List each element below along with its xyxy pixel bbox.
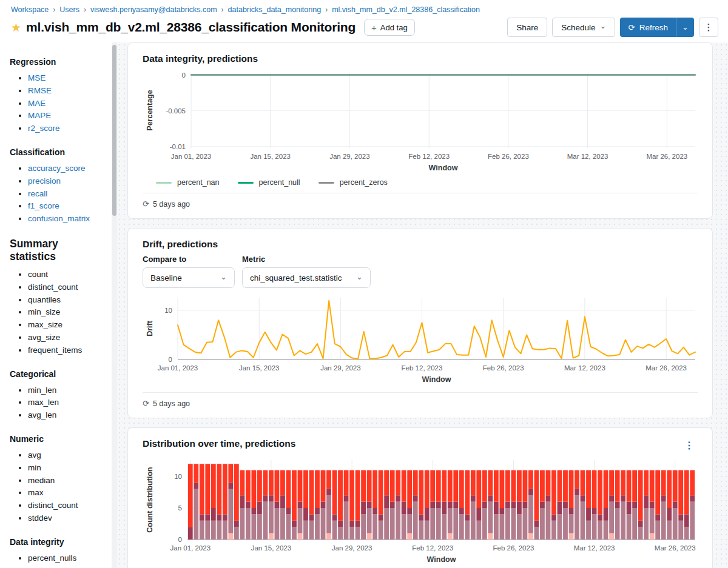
breadcrumb-separator: › [325, 5, 328, 14]
svg-text:Mar 26, 2023: Mar 26, 2023 [645, 364, 687, 372]
dashboard-canvas: Data integrity, predictions 0-0.005-0.01… [117, 42, 728, 568]
sidebar-scrollbar-track[interactable] [112, 42, 117, 568]
sidebar-content: RegressionMSERMSEMAEMAPEr2_scoreClassifi… [10, 57, 106, 568]
sidebar-item-label[interactable]: f1_score [28, 201, 59, 210]
sidebar-item-label: percent_nulls [28, 553, 76, 563]
chevron-down-icon: ⌄ [600, 24, 607, 28]
metric-select[interactable]: chi_squared_test.statistic ⌄ [242, 267, 371, 288]
sidebar-item-label: distinct_count [28, 282, 78, 292]
sidebar-item: precision [28, 175, 106, 188]
refresh-split-button: ⟳ Refresh ⌄ [620, 18, 694, 37]
sidebar-item-label[interactable]: MAPE [28, 111, 51, 120]
sidebar-item-label: distinct_count [28, 501, 78, 510]
sidebar-section-title: Categorical [10, 369, 106, 379]
svg-text:Mar 12, 2023: Mar 12, 2023 [567, 153, 608, 160]
share-label: Share [516, 23, 538, 32]
schedule-button[interactable]: Schedule ⌄ [552, 18, 615, 37]
sidebar-item: MAPE [28, 110, 106, 122]
refresh-icon: ⟳ [143, 399, 149, 408]
compare-to-select[interactable]: Baseline ⌄ [143, 267, 235, 288]
sidebar-item-label: count [28, 270, 48, 279]
sidebar-section-title: Data integrity [10, 537, 106, 547]
monitoring-dashboard-page: Workspace›Users›viswesh.periyasamy@datab… [0, 0, 728, 568]
refresh-icon: ⟳ [628, 22, 635, 32]
legend-entry: percent_zeros [318, 178, 388, 187]
sidebar-item: percent_zeros [28, 565, 106, 568]
legend-swatch [238, 182, 254, 184]
page-title: ml.vish_mm_db_v2.ml_28386_classification… [26, 20, 356, 35]
sidebar-item: distinct_count [28, 281, 106, 294]
last-refreshed-text: 5 days ago [153, 200, 190, 209]
sidebar-scrollbar-thumb[interactable] [112, 45, 116, 216]
svg-text:Jan 29, 2023: Jan 29, 2023 [332, 544, 372, 552]
svg-text:Feb 12, 2023: Feb 12, 2023 [412, 544, 453, 552]
plus-icon: + [371, 23, 377, 32]
sidebar-item-label[interactable]: precision [28, 176, 61, 185]
breadcrumb-item[interactable]: databricks_data_monitoring [228, 5, 322, 14]
sidebar-item-label[interactable]: confusion_matrix [28, 214, 90, 223]
card-title: Data integrity, predictions [143, 53, 698, 64]
header-actions: Share Schedule ⌄ ⟳ Refresh ⌄ ⋮ [507, 18, 718, 37]
svg-text:10: 10 [164, 307, 172, 314]
sidebar-item: max [28, 487, 106, 500]
share-button[interactable]: Share [507, 18, 547, 37]
sidebar-item: MSE [28, 72, 106, 85]
card-title: Distribution over time, predictions [143, 438, 295, 449]
sidebar-item-label[interactable]: recall [28, 189, 47, 198]
sidebar-item: percent_nulls [28, 552, 106, 565]
metric-control: Metric chi_squared_test.statistic ⌄ [242, 255, 371, 288]
svg-text:Jan 01, 2023: Jan 01, 2023 [170, 544, 211, 552]
sidebar-item-label[interactable]: RMSE [28, 86, 52, 95]
chevron-down-icon: ⌄ [356, 275, 363, 279]
sidebar-item: median [28, 475, 106, 487]
add-tag-button[interactable]: + Add tag [364, 19, 415, 36]
sidebar-item: RMSE [28, 85, 106, 98]
breadcrumb-item[interactable]: ml.vish_mm_db_v2.ml_28386_classification [332, 5, 480, 14]
sidebar-item: stddev [28, 512, 106, 525]
svg-text:Feb 26, 2023: Feb 26, 2023 [483, 364, 524, 372]
chart-kebab-menu-button[interactable]: ⋮ [681, 438, 698, 452]
svg-text:-0.01: -0.01 [170, 143, 186, 150]
svg-text:Mar 26, 2023: Mar 26, 2023 [646, 153, 687, 160]
svg-text:Feb 26, 2023: Feb 26, 2023 [493, 544, 534, 552]
header-kebab-menu-button[interactable]: ⋮ [699, 18, 718, 37]
legend-swatch [318, 182, 334, 184]
sidebar-item-label: median [28, 476, 55, 485]
legend-label: percent_nan [177, 178, 220, 187]
sidebar-item-label[interactable]: MAE [28, 99, 46, 108]
sidebar-item-label: quantiles [28, 295, 61, 304]
sidebar-item-label[interactable]: accuracy_score [28, 164, 86, 173]
svg-text:0: 0 [169, 356, 172, 363]
integrity-legend: percent_nanpercent_nullpercent_zeros [156, 178, 698, 187]
sidebar-item: avg_size [28, 332, 106, 344]
sidebar-section-title: Regression [10, 57, 106, 67]
distribution-card: Distribution over time, predictions ⋮ 05… [127, 427, 713, 568]
drift-controls: Compare to Baseline ⌄ Metric chi_squared… [143, 255, 698, 288]
svg-text:0: 0 [178, 536, 182, 543]
sidebar-section-list: accuracy_scoreprecisionrecallf1_scorecon… [10, 162, 106, 226]
favorite-star-icon[interactable]: ★ [11, 21, 21, 35]
breadcrumb-item[interactable]: Users [59, 5, 79, 14]
card-footer: ⟳ 5 days ago [143, 392, 698, 410]
add-tag-label: Add tag [380, 23, 408, 32]
distribution-chart: 0510Jan 01, 2023Jan 15, 2023Jan 29, 2023… [143, 457, 698, 568]
compare-to-value: Baseline [150, 273, 182, 282]
refresh-button[interactable]: ⟳ Refresh [620, 18, 676, 37]
sidebar-item: max_len [28, 396, 106, 409]
svg-text:Window: Window [427, 555, 456, 564]
sidebar-item: f1_score [28, 200, 106, 213]
sidebar-item-label: min [28, 463, 41, 472]
breadcrumb-separator: › [221, 5, 224, 14]
breadcrumb-item[interactable]: Workspace [11, 5, 49, 14]
breadcrumb-item[interactable]: viswesh.periyasamy@databricks.com [90, 5, 217, 14]
title-row: ★ ml.vish_mm_db_v2.ml_28386_classificati… [11, 18, 718, 37]
svg-text:Jan 15, 2023: Jan 15, 2023 [251, 544, 292, 552]
sidebar-item-label[interactable]: MSE [28, 73, 46, 82]
breadcrumb-separator: › [53, 5, 55, 14]
sidebar-item-label: max_len [28, 398, 59, 407]
refresh-dropdown-button[interactable]: ⌄ [676, 18, 694, 37]
svg-text:Jan 15, 2023: Jan 15, 2023 [239, 364, 280, 372]
sidebar-item-label[interactable]: r2_score [28, 124, 60, 133]
sidebar-section-title: Numeric [10, 434, 106, 444]
svg-text:Drift: Drift [146, 320, 154, 336]
